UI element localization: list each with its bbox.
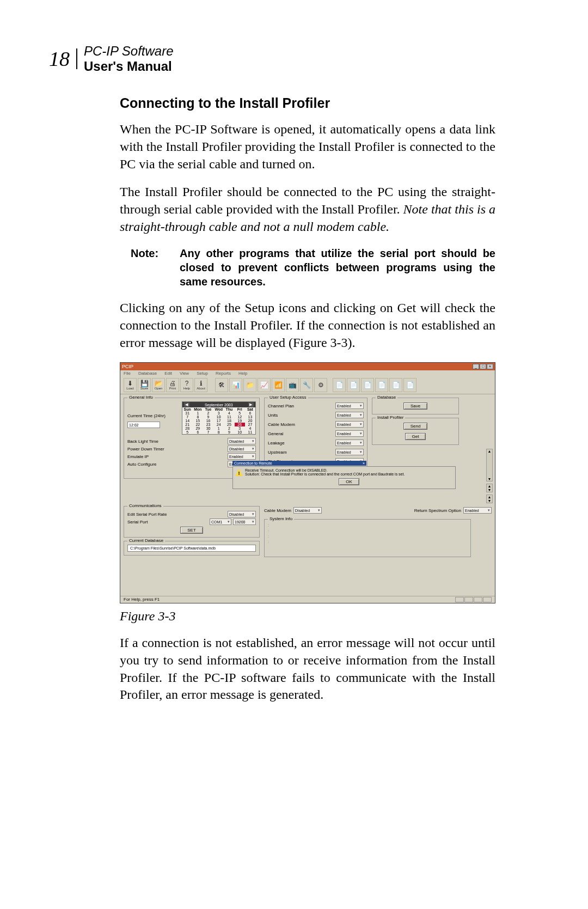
cal-day[interactable]: 4 [245,426,255,430]
cal-day[interactable]: 22 [193,423,203,426]
setup-icon-3[interactable]: 📁 [243,378,256,392]
cal-day[interactable]: 7 [203,430,213,434]
cal-day[interactable]: 8 [193,415,203,419]
scrollbar-1[interactable]: ▲▼ [486,449,493,481]
page-header: 18 PC-IP Software User's Manual [49,44,539,74]
cal-day[interactable]: 30 [203,426,213,430]
get-button[interactable]: Get [405,433,426,440]
menu-help[interactable]: Help [238,371,247,376]
scrollbar-3[interactable]: ▲▼ [486,495,493,503]
cal-day[interactable]: 11 [245,430,255,434]
usersetup-field-row: Cable ModemEnabled [268,421,364,428]
setup-icon-6[interactable]: 📺 [286,378,299,392]
cal-day[interactable]: 25 [224,423,234,426]
cal-day[interactable]: 27 [245,423,255,426]
cal-day[interactable]: 18 [224,419,234,423]
error-ok-button[interactable]: OK [339,478,359,485]
cal-day[interactable]: 10 [213,415,224,419]
set-button[interactable]: SET [180,527,203,534]
menu-reports[interactable]: Reports [216,371,231,376]
cal-day[interactable]: 16 [203,419,213,423]
open-icon[interactable]: 📂Open [152,378,165,392]
cal-day[interactable]: 24 [213,423,224,426]
cal-day[interactable]: 1 [213,426,224,430]
cal-day[interactable]: 7 [182,415,193,419]
cal-day[interactable]: 2 [203,411,213,415]
setup-icon-4[interactable]: 📈 [258,378,271,392]
report-icon-6[interactable]: 📄 [403,378,416,392]
menu-setup[interactable]: Setup [197,371,208,376]
menu-edit[interactable]: Edit [164,371,172,376]
cal-day[interactable]: 3 [213,411,224,415]
cal-day[interactable]: 29 [193,426,203,430]
cal-day[interactable]: 21 [182,423,193,426]
calendar[interactable]: ◀ September 2003 ▶ SunMonTueWedThuFriSat… [182,401,256,435]
cal-day[interactable]: 17 [213,419,224,423]
report-icon-2[interactable]: 📄 [347,378,360,392]
store-icon[interactable]: 💾Store [138,378,151,392]
field-dropdown[interactable]: Enabled [335,430,364,437]
maximize-button[interactable]: □ [480,364,486,369]
cal-day[interactable]: 31 [182,411,193,415]
cal-day[interactable]: 28 [182,426,193,430]
minimize-button[interactable]: _ [473,364,479,369]
cal-day[interactable]: 1 [193,411,203,415]
cal-day[interactable]: 13 [245,415,255,419]
report-icon-3[interactable]: 📄 [361,378,374,392]
cal-day[interactable]: 2 [224,426,234,430]
cal-day[interactable]: 9 [203,415,213,419]
setup-icon-8[interactable]: ⚙ [314,378,327,392]
menu-view[interactable]: View [180,371,189,376]
cal-next-icon[interactable]: ▶ [248,402,254,407]
save-button[interactable]: Save [403,402,427,410]
report-icon-5[interactable]: 📄 [389,378,402,392]
cal-day[interactable]: 4 [224,411,234,415]
about-icon[interactable]: ℹAbout [194,378,207,392]
cal-day[interactable]: 12 [235,415,245,419]
setup-icon-5[interactable]: 📶 [272,378,285,392]
close-button[interactable]: × [487,364,493,369]
menu-file[interactable]: File [124,371,131,376]
field-dropdown[interactable]: Enabled [335,449,364,455]
field-dropdown[interactable]: Enabled [335,421,364,428]
field-dropdown[interactable]: Enabled [335,440,364,446]
cal-day[interactable]: 5 [182,430,193,434]
print-icon[interactable]: 🖨Print [166,378,179,392]
cal-day[interactable]: 5 [235,411,245,415]
field-dropdown[interactable]: Disabled [228,446,256,452]
report-icon-4[interactable]: 📄 [375,378,388,392]
field-dropdown[interactable]: Enabled [228,453,256,460]
cal-day[interactable]: 11 [224,415,234,419]
field-dropdown[interactable]: Enabled [335,402,364,409]
setup-icon-2[interactable]: 📊 [229,378,242,392]
menu-database[interactable]: Database [138,371,157,376]
cal-day[interactable]: 23 [203,423,213,426]
send-button[interactable]: Send [403,423,428,430]
cal-day[interactable]: 6 [193,430,203,434]
field-dropdown[interactable]: Enabled [335,412,364,418]
cablemodem-dropdown[interactable]: Disabled [293,507,322,514]
load-icon[interactable]: ⬇Load [124,378,137,392]
cal-prev-icon[interactable]: ◀ [184,402,189,407]
cal-day[interactable]: 26 [235,423,245,426]
cal-day[interactable]: 20 [245,419,255,423]
serial-port-dropdown[interactable]: COM1 [210,518,231,525]
cal-day[interactable]: 9 [224,430,234,434]
cal-day[interactable]: 6 [245,411,255,415]
cal-day[interactable]: 8 [213,430,224,434]
baud-dropdown[interactable]: 19200 [233,518,256,525]
serial-rate-dropdown[interactable]: Disabled [228,511,256,517]
setup-icon-1[interactable]: 🛠 [215,378,228,392]
help-icon[interactable]: ?Help [180,378,193,392]
cal-day[interactable]: 3 [235,426,245,430]
error-close-icon[interactable]: × [363,461,365,465]
field-dropdown[interactable]: Disabled [228,438,256,444]
cal-day[interactable]: 14 [182,419,193,423]
cal-day[interactable]: 19 [235,419,245,423]
return-spectrum-dropdown[interactable]: Enabled [463,507,492,514]
setup-icon-7[interactable]: 🔧 [300,378,313,392]
cal-day[interactable]: 15 [193,419,203,423]
report-icon-1[interactable]: 📄 [333,378,346,392]
scrollbar-2[interactable]: ▲▼ [486,484,493,492]
cal-day[interactable]: 10 [235,430,245,434]
